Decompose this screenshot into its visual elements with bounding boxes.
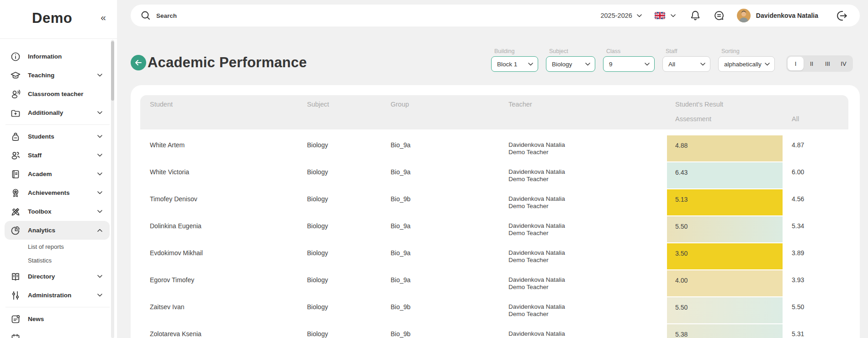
row-group: Bio_9a — [385, 243, 503, 270]
assessment-color-chip: 4.88 — [667, 135, 783, 161]
sidebar-item-label: Administration — [28, 292, 71, 299]
sidebar-item-label: Staff — [28, 152, 42, 159]
row-subject: Biology — [302, 243, 385, 270]
sidebar-item-toolbox[interactable]: Toolbox — [0, 202, 110, 221]
user-name: Davidenkova Natalia — [756, 12, 818, 19]
news-icon — [10, 314, 21, 325]
notifications-bell-icon[interactable] — [689, 10, 701, 21]
class-select[interactable]: 9 — [603, 56, 655, 72]
sidebar-item-staff[interactable]: Staff — [0, 146, 110, 165]
term-i-button[interactable]: I — [788, 57, 804, 70]
arrow-left-icon — [135, 59, 142, 66]
student-name: Zolotareva Ksenia — [140, 324, 302, 338]
col-header-student: Student — [140, 95, 302, 113]
sidebar-item-classroom-teacher[interactable]: Classroom teacher — [0, 85, 110, 103]
sidebar-item-achievements[interactable]: Achievements — [0, 183, 110, 202]
sidebar-item-news[interactable]: News — [0, 310, 110, 328]
staff-select[interactable]: All — [662, 56, 710, 72]
assessment-color-chip: 5.13 — [667, 189, 783, 215]
row-teacher: Davidenkova Natalia Demo Teacher — [503, 270, 667, 297]
messages-chat-icon[interactable] — [713, 10, 725, 21]
assessment-cell: 4.88 — [667, 135, 783, 162]
subject-filter: Subject Biology — [546, 48, 595, 72]
sidebar-subitem-statistics[interactable]: Statistics — [0, 253, 110, 267]
open-book-icon — [10, 271, 21, 282]
assessment-value: 5.13 — [667, 189, 783, 203]
sidebar-scrollbar[interactable] — [111, 40, 114, 338]
sidebar-item-additionally[interactable]: Additionally — [0, 103, 110, 122]
sidebar-item-analytics[interactable]: Analytics — [5, 221, 110, 240]
chevron-down-icon — [97, 294, 102, 297]
assessment-value: 3.50 — [667, 243, 783, 257]
sorting-filter: Sorting alphabetically — [718, 48, 775, 72]
sidebar-item-directory[interactable]: Directory — [0, 267, 110, 286]
subject-select-value: Biology — [552, 61, 572, 68]
building-select[interactable]: Block 1 — [491, 56, 538, 72]
school-year-select[interactable]: 2025-2026 — [600, 12, 641, 19]
chevron-down-icon — [645, 63, 650, 66]
chevron-down-icon — [637, 14, 642, 17]
teacher-line: Demo Teacher — [508, 203, 667, 210]
sliders-icon — [10, 290, 21, 301]
back-button[interactable] — [131, 55, 146, 70]
search-icon[interactable] — [141, 11, 151, 21]
people-icon — [10, 150, 21, 161]
chevron-down-icon — [528, 63, 533, 66]
student-name: White Victoria — [140, 162, 302, 189]
journal-icon — [10, 169, 21, 180]
term-ii-button[interactable]: II — [804, 57, 820, 70]
sidebar-item-information[interactable]: Information — [0, 47, 110, 66]
page-title: Academic Performance — [148, 54, 307, 71]
teacher-line: Demo Teacher — [508, 257, 667, 264]
sidebar-subitem-list-of-reports[interactable]: List of reports — [0, 240, 110, 253]
collapse-sidebar-icon[interactable]: « — [101, 12, 106, 23]
teacher-line: Demo Teacher — [508, 230, 667, 237]
page-header: Academic Performance — [131, 54, 307, 71]
row-subject: Biology — [302, 189, 385, 216]
assessment-color-chip: 5.50 — [667, 297, 783, 323]
teacher-line: Davidenkova Natalia — [508, 249, 667, 257]
term-segmented-control: I II III IV — [786, 55, 853, 72]
sorting-select[interactable]: alphabetically — [718, 56, 775, 72]
class-select-value: 9 — [609, 61, 613, 68]
teacher-line: Demo Teacher — [508, 311, 667, 318]
assessment-cell: 5.50 — [667, 297, 783, 324]
sidebar-item-label: Additionally — [28, 109, 63, 116]
sidebar-item-calendar-partial[interactable] — [0, 328, 110, 338]
row-subject: Biology — [302, 135, 385, 162]
building-select-value: Block 1 — [497, 61, 517, 68]
chevron-down-icon — [97, 135, 102, 138]
sidebar-scrollbar-thumb[interactable] — [111, 41, 114, 101]
sidebar-item-students[interactable]: Students — [0, 127, 110, 146]
term-iii-button[interactable]: III — [820, 57, 836, 70]
row-subject: Biology — [302, 216, 385, 243]
results-card: Student Subject Group Teacher Student's … — [131, 85, 860, 338]
assessment-cell: 5.38 — [667, 324, 783, 338]
chevron-down-icon — [700, 63, 705, 66]
logout-icon[interactable] — [836, 10, 848, 22]
sorting-select-value: alphabetically — [724, 61, 762, 68]
language-select[interactable] — [655, 12, 676, 19]
user-menu[interactable]: Davidenkova Natalia — [737, 9, 818, 22]
staff-filter-label: Staff — [666, 48, 710, 54]
table-body: White Artem Biology Bio_9a Davidenkova N… — [140, 135, 848, 338]
class-filter: Class 9 — [603, 48, 655, 72]
building-filter-label: Building — [494, 48, 538, 54]
teacher-line: Davidenkova Natalia — [508, 222, 667, 230]
row-teacher: Davidenkova Natalia Demo Teacher — [503, 189, 667, 216]
sidebar-item-teaching[interactable]: Teaching — [0, 66, 110, 85]
sidebar-item-administration[interactable]: Administration — [0, 286, 110, 305]
row-subject: Biology — [302, 324, 385, 338]
col-header-result: Student's Result — [667, 95, 783, 113]
school-year-value: 2025-2026 — [600, 12, 632, 19]
search-input[interactable] — [156, 12, 348, 19]
col-header-subject: Subject — [302, 95, 385, 113]
chevron-down-icon — [97, 191, 102, 194]
chevron-down-icon — [585, 63, 590, 66]
subject-select[interactable]: Biology — [546, 56, 595, 72]
row-teacher: Davidenkova Natalia Demo Teacher — [503, 243, 667, 270]
sidebar: Demo « Information Teaching Classroom te… — [0, 0, 117, 338]
term-iv-button[interactable]: IV — [836, 57, 852, 70]
calendar-icon — [10, 333, 21, 338]
sidebar-item-academ[interactable]: Academ — [0, 165, 110, 183]
